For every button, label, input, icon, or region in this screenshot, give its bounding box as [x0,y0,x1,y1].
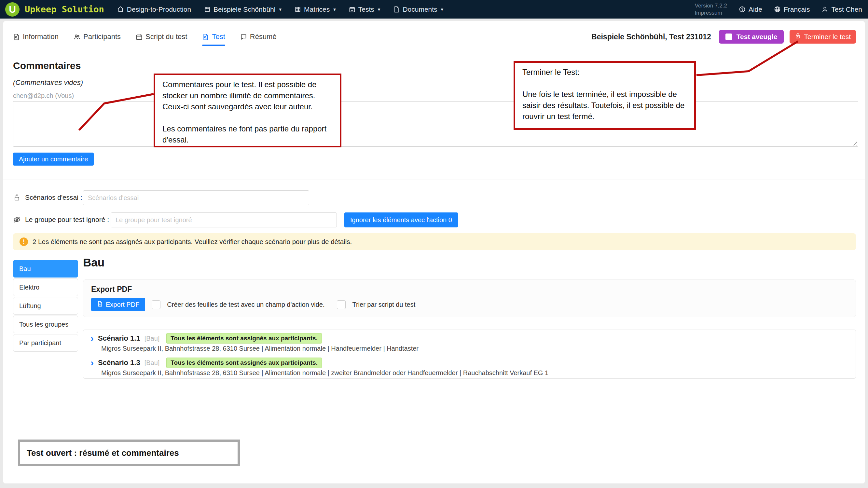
version-label: Version 7.2.2 [695,2,727,9]
top-nav: U Upkeep Solution Design-to-Production B… [0,0,868,19]
chat-bubble-icon [240,33,247,40]
export-pdf-button[interactable]: Export PDF [91,298,145,311]
warning-banner: ! 2 Les éléments ne sont pas assignés au… [13,233,856,250]
page-title: Beispiele Schönbühl, Test 231012 [591,33,711,41]
tab-resume[interactable]: Résumé [240,33,277,41]
document-icon [393,6,400,13]
ignored-group-label: Le groupe pour test ignoré : [25,216,109,224]
sort-by-script-label: Trier par script du test [352,301,415,308]
empty-action-field-label: Créer des feuilles de test avec un champ… [167,301,324,308]
upkeep-logo-icon: U [5,2,20,17]
tab-script-du-test[interactable]: Script du test [136,33,187,41]
annotation-box-comments: Commentaires pour le test. Il est possib… [154,73,341,148]
empty-action-field-checkbox[interactable] [152,300,160,309]
add-comment-button[interactable]: Ajouter un commentaire [13,153,94,166]
scenario-filter-input[interactable] [83,190,309,205]
tab-participants[interactable]: Participants [73,33,121,41]
caret-down-icon: ▾ [441,6,443,12]
scenario-list: › Scénario 1.1 [Bau] Tous les éléments s… [83,330,856,379]
scenario-description: Migros Surseepark II, Bahnhofstrasse 28,… [101,345,418,352]
ignored-group-row: Le groupe pour test ignoré : Ignorer les… [13,213,856,228]
caret-down-icon: ▾ [333,6,336,12]
group-item-lueftung[interactable]: Lüftung [13,297,78,315]
warning-text: 2 Les éléments ne sont pas assignés aux … [33,238,352,246]
scenario-group-tag: [Bau] [145,335,160,342]
nav-matrices[interactable]: Matrices ▾ [294,5,336,13]
scenario-filter-label: Scénarios d'essai : [25,194,82,201]
calendar-icon [136,33,143,40]
user-menu[interactable]: Test Chen [822,5,862,13]
globe-icon [774,6,781,13]
brand[interactable]: U Upkeep Solution [5,2,104,17]
blind-test-checkbox[interactable] [725,33,732,40]
nav-tests[interactable]: Tests ▾ [349,5,380,13]
nav-right: Version 7.2.2 Impressum Aide Français Te… [695,0,862,19]
header-right: Beispiele Schönbühl, Test 231012 Test av… [591,30,856,43]
nav-documents[interactable]: Documents ▾ [393,5,443,13]
group-item-par-participant[interactable]: Par participant [13,334,78,352]
help-button[interactable]: Aide [739,5,762,13]
pdf-file-icon [97,301,103,308]
caret-down-icon: ▾ [378,6,380,12]
scenario-filter-row: Scénarios d'essai : [13,190,856,206]
tab-test[interactable]: Test [202,33,225,41]
blind-test-button[interactable]: Test aveugle [719,30,784,43]
warning-icon: ! [20,237,28,246]
main-nav: Design-to-Production Beispiele Schönbühl… [117,5,443,13]
comments-empty-note: (Commentaires vides) [13,78,83,87]
help-icon [739,6,746,13]
chevron-right-icon[interactable]: › [91,335,94,342]
sort-by-script-checkbox[interactable] [337,300,346,309]
scenario-row[interactable]: › Scénario 1.1 [Bau] Tous les éléments s… [83,330,856,354]
scenario-name: Scénario 1.1 [98,334,140,343]
calendar-check-icon [349,6,355,13]
people-icon [73,33,81,40]
export-pdf-row: Export PDF Créer des feuilles de test av… [91,298,421,311]
scenario-name: Scénario 1.3 [98,359,140,367]
comment-author: chen@d2p.ch (Vous) [13,92,74,100]
group-item-elektro[interactable]: Elektro [13,279,78,296]
chevron-right-icon[interactable]: › [91,359,94,366]
scenario-group-tag: [Bau] [145,359,160,367]
window-icon [204,6,211,13]
scenario-row[interactable]: › Scénario 1.3 [Bau] Tous les éléments s… [83,354,856,379]
eye-slash-icon [13,216,21,225]
scenario-description: Migros Surseepark II, Bahnhofstrasse 28,… [101,369,549,377]
annotation-caption-box: Test ouvert : résumé et commentaires [18,440,240,466]
ignore-elements-button[interactable]: Ignorer les éléments avec l'action 0 [344,213,458,227]
ignored-group-input[interactable] [111,213,337,227]
tabs-row: Information Participants Script du test … [13,27,856,46]
group-item-tous-les-groupes[interactable]: Tous les groupes [13,316,78,333]
finish-test-button[interactable]: Terminer le test [789,30,856,43]
tab-information[interactable]: Information [13,33,59,41]
nav-project[interactable]: Beispiele Schönbühl ▾ [204,5,281,13]
scenario-status-badge: Tous les éléments sont assignés aux part… [166,333,322,344]
comments-heading: Commentaires [13,60,81,71]
tabs: Information Participants Script du test … [13,33,277,41]
section-divider [3,180,865,180]
unlock-icon [13,194,21,203]
caret-down-icon: ▾ [279,6,281,12]
home-icon [117,6,124,13]
scenario-status-badge: Tous les éléments sont assignés aux part… [166,358,322,368]
group-item-bau[interactable]: Bau [13,260,78,278]
group-list: Bau Elektro Lüftung Tous les groupes Par… [13,260,78,352]
grid-icon [294,6,301,13]
lock-icon [795,33,801,41]
brand-name: Upkeep Solution [25,4,104,14]
comment-textarea[interactable] [13,101,858,147]
annotation-box-finish-test: Terminer le Test: Une fois le test termi… [514,61,696,130]
group-heading: Bau [83,256,104,269]
content-card: Information Participants Script du test … [3,21,865,483]
nav-design-to-production[interactable]: Design-to-Production [117,5,191,13]
language-selector[interactable]: Français [774,5,810,13]
file-search-icon [202,33,209,40]
file-search-icon [13,33,20,40]
export-pdf-panel: Export PDF Export PDF Créer des feuilles… [83,280,856,317]
user-icon [822,6,828,13]
comment-textarea-wrap [13,101,858,147]
impressum-link[interactable]: Impressum [695,9,727,16]
version-info: Version 7.2.2 Impressum [695,2,727,16]
export-pdf-title: Export PDF [91,285,132,294]
